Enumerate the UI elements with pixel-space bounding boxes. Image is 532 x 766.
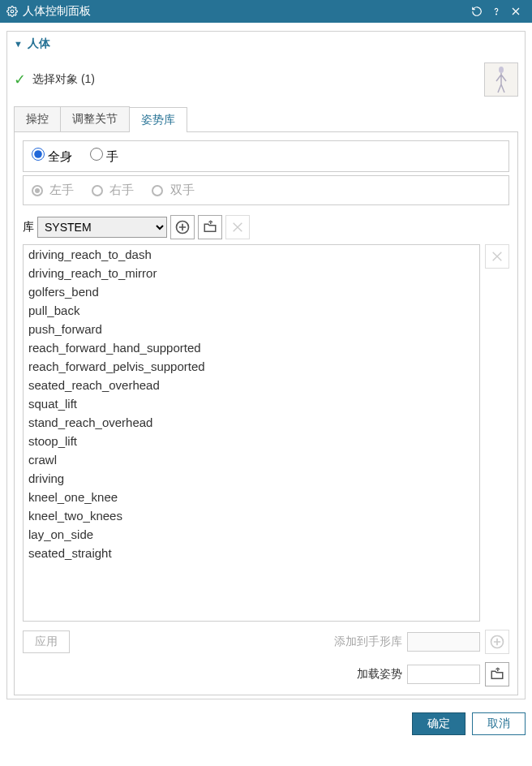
pose-item[interactable]: golfers_bend — [24, 282, 479, 301]
content-area: ▼ 人体 ✓ 选择对象 (1) 操控 调整关节 姿势库 全身 — [0, 23, 532, 706]
pose-item[interactable]: crawl — [24, 450, 479, 469]
preview-thumbnail[interactable] — [484, 62, 518, 97]
tabs: 操控 调整关节 姿势库 全身 手 左手 右手 双手 库 — [14, 106, 518, 695]
svg-point-0 — [11, 10, 14, 13]
pose-item[interactable]: lay_on_side — [24, 525, 479, 544]
pose-item[interactable]: kneel_two_knees — [24, 506, 479, 525]
pose-item[interactable]: seated_straight — [24, 544, 479, 562]
pose-item[interactable]: pull_back — [24, 301, 479, 320]
ok-button[interactable]: 确定 — [412, 712, 466, 735]
reset-icon[interactable] — [467, 2, 487, 21]
tab-manipulate[interactable]: 操控 — [14, 106, 61, 131]
dialog-footer: 确定 取消 — [0, 706, 532, 743]
tab-pose-library[interactable]: 姿势库 — [129, 107, 187, 132]
add-library-button[interactable] — [170, 215, 195, 239]
selection-row: ✓ 选择对象 (1) — [14, 62, 518, 97]
pose-item[interactable]: kneel_one_knee — [24, 488, 479, 506]
selection-label: 选择对象 (1) — [32, 72, 484, 87]
pose-item[interactable]: reach_forward_pelvis_supported — [24, 357, 479, 376]
panel-title: 人体 — [28, 37, 50, 51]
pose-item[interactable]: seated_reach_overhead — [24, 376, 479, 394]
library-row: 库 SYSTEM — [23, 215, 509, 239]
add-to-hand-lib-button — [485, 630, 509, 654]
tab-body: 全身 手 左手 右手 双手 库 SYSTEM — [14, 132, 518, 695]
remove-pose-button — [485, 244, 509, 269]
option-both-hands: 双手 — [152, 183, 194, 198]
help-icon[interactable] — [487, 2, 506, 21]
load-pose-label: 加载姿势 — [357, 667, 402, 682]
pose-item[interactable]: squat_lift — [24, 394, 479, 413]
pose-list[interactable]: driving_reach_to_dashdriving_reach_to_mi… — [23, 244, 480, 622]
cancel-button[interactable]: 取消 — [472, 712, 526, 735]
library-select[interactable]: SYSTEM — [37, 217, 167, 238]
apply-row: 应用 添加到手形库 — [23, 630, 509, 654]
scope-group-1: 全身 手 — [23, 140, 509, 172]
window-title: 人体控制面板 — [23, 4, 467, 19]
svg-point-1 — [496, 14, 497, 15]
option-right-hand: 右手 — [92, 183, 134, 198]
panel-human: ▼ 人体 ✓ 选择对象 (1) 操控 调整关节 姿势库 全身 — [6, 31, 526, 699]
option-left-hand: 左手 — [32, 183, 74, 198]
gear-icon — [6, 6, 18, 17]
pose-item[interactable]: reach_forward_hand_supported — [24, 338, 479, 357]
tab-strip: 操控 调整关节 姿势库 — [14, 106, 518, 132]
collapse-triangle-icon: ▼ — [14, 39, 23, 49]
delete-library-button — [225, 215, 250, 239]
svg-point-2 — [499, 67, 504, 73]
pose-item[interactable]: push_forward — [24, 320, 479, 338]
pose-item[interactable]: driving_reach_to_mirror — [24, 264, 479, 282]
load-pose-browse-button[interactable] — [485, 662, 509, 686]
close-icon[interactable] — [506, 2, 526, 21]
pose-item[interactable]: driving_reach_to_dash — [24, 245, 479, 264]
pose-item[interactable]: stand_reach_overhead — [24, 413, 479, 432]
option-full-body[interactable]: 全身 — [32, 148, 72, 165]
open-folder-button[interactable] — [198, 215, 222, 239]
tab-adjust-joints[interactable]: 调整关节 — [60, 106, 130, 131]
title-bar: 人体控制面板 — [0, 0, 532, 23]
apply-button: 应用 — [23, 630, 70, 653]
check-icon: ✓ — [14, 71, 26, 88]
panel-header[interactable]: ▼ 人体 — [7, 32, 525, 56]
panel-body: ✓ 选择对象 (1) 操控 调整关节 姿势库 全身 手 — [7, 56, 525, 699]
pose-list-row: driving_reach_to_dashdriving_reach_to_mi… — [23, 244, 509, 622]
load-row: 加载姿势 — [23, 662, 509, 686]
pose-item[interactable]: stoop_lift — [24, 432, 479, 450]
load-pose-input[interactable] — [407, 665, 480, 684]
scope-group-2: 左手 右手 双手 — [23, 175, 509, 205]
option-hand[interactable]: 手 — [90, 148, 118, 165]
add-to-hand-lib-label: 添加到手形库 — [334, 635, 402, 649]
pose-item[interactable]: driving — [24, 469, 479, 488]
add-to-hand-lib-input — [407, 632, 480, 652]
library-label: 库 — [23, 220, 34, 235]
